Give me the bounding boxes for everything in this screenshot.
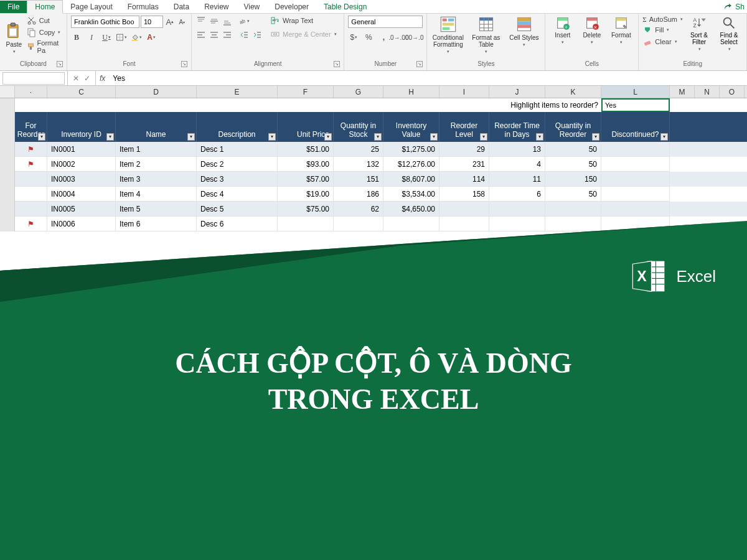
col-header[interactable]: D bbox=[116, 86, 197, 98]
fill-button[interactable]: Fill▾ bbox=[642, 25, 683, 35]
col-inventory-id[interactable]: Inventory ID▾ bbox=[47, 112, 116, 142]
align-middle-button[interactable] bbox=[209, 16, 220, 27]
tab-page-layout[interactable]: Page Layout bbox=[63, 1, 120, 13]
number-format-select[interactable] bbox=[348, 16, 423, 28]
col-qty-reorder[interactable]: Quantity in Reorder▾ bbox=[545, 112, 601, 142]
font-name-input[interactable] bbox=[71, 16, 139, 28]
align-left-button[interactable] bbox=[195, 29, 207, 40]
format-as-table-button[interactable]: Format as Table▾ bbox=[469, 16, 503, 54]
col-header[interactable]: H bbox=[383, 86, 439, 98]
cut-button[interactable]: Cut bbox=[27, 16, 63, 26]
col-discontinued[interactable]: Discontinued?▾ bbox=[601, 112, 670, 142]
table-row[interactable]: IN0003Item 3Desc 3$57.00151$8,607.001141… bbox=[0, 172, 747, 187]
col-header[interactable]: K bbox=[545, 86, 601, 98]
col-reorder-time[interactable]: Reorder Time in Days▾ bbox=[489, 112, 545, 142]
col-inventory-value[interactable]: Inventory Value▾ bbox=[383, 112, 439, 142]
fill-color-button[interactable]: ▾ bbox=[131, 32, 142, 43]
cell-styles-button[interactable]: Cell Styles▾ bbox=[507, 16, 541, 54]
enter-formula-button[interactable]: ✓ bbox=[84, 74, 90, 83]
worksheet[interactable]: Highlight items to reorder? Yes For Reor… bbox=[0, 98, 747, 231]
find-select-button[interactable]: Find & Select▾ bbox=[715, 16, 743, 60]
col-header[interactable]: M bbox=[670, 86, 695, 98]
tab-formulas[interactable]: Formulas bbox=[120, 1, 166, 13]
col-reorder-level[interactable]: Reorder Level▾ bbox=[439, 112, 489, 142]
decrease-font-button[interactable]: A▾ bbox=[177, 16, 188, 27]
col-unit-price[interactable]: Unit Price▾ bbox=[278, 112, 334, 142]
table-row[interactable]: IN0004Item 4Desc 4$19.00186$3,534.001586… bbox=[0, 187, 747, 202]
highlight-value-cell[interactable]: Yes bbox=[601, 98, 670, 112]
paste-button[interactable]: Paste ▾ bbox=[4, 16, 24, 60]
fx-icon[interactable]: fx bbox=[95, 71, 109, 85]
align-bottom-button[interactable] bbox=[222, 16, 233, 27]
tab-review[interactable]: Review bbox=[197, 1, 236, 13]
clear-button[interactable]: Clear▾ bbox=[642, 37, 683, 47]
wrap-text-button[interactable]: ab Wrap Text bbox=[270, 16, 337, 26]
delete-cells-button[interactable]: × Delete▾ bbox=[578, 16, 605, 60]
format-cells-button[interactable]: Format▾ bbox=[608, 16, 634, 60]
filter-icon[interactable]: ▾ bbox=[324, 133, 332, 141]
tab-data[interactable]: Data bbox=[166, 1, 197, 13]
col-header[interactable]: L bbox=[601, 86, 670, 98]
orientation-button[interactable]: ab▾ bbox=[238, 16, 250, 27]
conditional-formatting-button[interactable]: Conditional Formatting▾ bbox=[431, 16, 465, 54]
col-header[interactable]: O bbox=[720, 86, 745, 98]
table-row[interactable]: ⚑IN0001Item 1Desc 1$51.0025$1,275.002913… bbox=[0, 142, 747, 157]
format-painter-button[interactable]: Format Pa bbox=[27, 39, 63, 54]
filter-icon[interactable]: ▾ bbox=[430, 133, 438, 141]
col-header[interactable]: I bbox=[439, 86, 489, 98]
col-header[interactable]: C bbox=[47, 86, 116, 98]
dialog-launcher-icon[interactable]: ↘ bbox=[57, 61, 63, 67]
filter-icon[interactable]: ▾ bbox=[536, 133, 543, 141]
increase-indent-button[interactable] bbox=[251, 29, 263, 40]
dialog-launcher-icon[interactable]: ↘ bbox=[334, 61, 340, 67]
filter-icon[interactable]: ▾ bbox=[374, 133, 382, 141]
increase-decimal-button[interactable]: .0→.00 bbox=[393, 32, 404, 43]
col-header[interactable]: N bbox=[695, 86, 720, 98]
col-qty-stock[interactable]: Quantity in Stock▾ bbox=[334, 112, 383, 142]
filter-icon[interactable]: ▾ bbox=[106, 133, 114, 141]
align-top-button[interactable] bbox=[195, 16, 207, 27]
col-header[interactable]: F bbox=[278, 86, 334, 98]
select-all-corner[interactable] bbox=[0, 86, 15, 98]
sort-filter-button[interactable]: AZ Sort & Filter▾ bbox=[685, 16, 713, 60]
col-for-reorder[interactable]: For Reorder▾ bbox=[15, 112, 47, 142]
merge-center-button[interactable]: Merge & Center▾ bbox=[270, 29, 337, 39]
decrease-indent-button[interactable] bbox=[238, 29, 250, 40]
autosum-button[interactable]: Σ AutoSum▾ bbox=[642, 16, 683, 23]
dialog-launcher-icon[interactable]: ↘ bbox=[181, 61, 187, 67]
col-header[interactable]: · bbox=[15, 86, 47, 98]
dialog-launcher-icon[interactable]: ↘ bbox=[416, 61, 423, 67]
col-header[interactable]: G bbox=[334, 86, 383, 98]
table-row[interactable]: ⚑IN0002Item 2Desc 2$93.00132$12,276.0023… bbox=[0, 157, 747, 172]
formula-input[interactable] bbox=[109, 73, 747, 84]
italic-button[interactable]: I bbox=[86, 32, 97, 43]
align-center-button[interactable] bbox=[209, 29, 220, 40]
borders-button[interactable]: ▾ bbox=[116, 32, 127, 43]
insert-cells-button[interactable]: + Insert▾ bbox=[549, 16, 576, 60]
comma-style-button[interactable]: , bbox=[378, 32, 389, 43]
tab-view[interactable]: View bbox=[236, 1, 267, 13]
col-description[interactable]: Description▾ bbox=[197, 112, 278, 142]
increase-font-button[interactable]: A▴ bbox=[164, 16, 176, 27]
copy-button[interactable]: Copy▾ bbox=[27, 27, 63, 37]
currency-button[interactable]: $▾ bbox=[348, 32, 359, 43]
filter-icon[interactable]: ▾ bbox=[592, 133, 599, 141]
col-header[interactable]: J bbox=[489, 86, 545, 98]
filter-icon[interactable]: ▾ bbox=[187, 133, 195, 141]
align-right-button[interactable] bbox=[222, 29, 233, 40]
tab-table-design[interactable]: Table Design bbox=[316, 1, 374, 13]
percent-button[interactable]: % bbox=[363, 32, 374, 43]
filter-icon[interactable]: ▾ bbox=[480, 133, 487, 141]
tab-home[interactable]: Home bbox=[27, 0, 63, 14]
share-button[interactable]: Sh bbox=[723, 2, 745, 12]
filter-icon[interactable]: ▾ bbox=[38, 133, 45, 141]
font-color-button[interactable]: A▾ bbox=[146, 32, 157, 43]
filter-icon[interactable]: ▾ bbox=[660, 133, 668, 141]
col-header[interactable]: E bbox=[197, 86, 278, 98]
col-name[interactable]: Name▾ bbox=[116, 112, 197, 142]
name-box[interactable] bbox=[2, 72, 65, 85]
tab-developer[interactable]: Developer bbox=[267, 1, 316, 13]
table-row[interactable]: IN0005Item 5Desc 5$75.0062$4,650.00 bbox=[0, 202, 747, 217]
filter-icon[interactable]: ▾ bbox=[268, 133, 276, 141]
decrease-decimal-button[interactable]: .00→.0 bbox=[408, 32, 419, 43]
